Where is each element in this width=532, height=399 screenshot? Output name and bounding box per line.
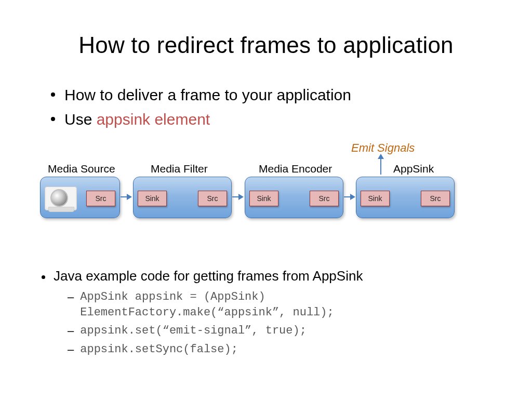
- pipeline-node-media-filter: Sink Src: [133, 177, 232, 218]
- bullet-text-prefix: Use: [64, 111, 97, 128]
- code-sublist: – AppSink appsink = (AppSink) ElementFac…: [68, 289, 499, 357]
- arrow-up-icon: [380, 155, 381, 175]
- pad-sink: Sink: [138, 191, 167, 206]
- emit-signals-label: Emit Signals: [351, 141, 415, 155]
- dash-icon: –: [68, 343, 74, 356]
- camera-icon: [45, 187, 77, 210]
- arrow-right-icon: [121, 196, 131, 197]
- pad-sink: Sink: [361, 191, 390, 206]
- bullet-text: Use appsink element: [64, 108, 210, 132]
- bullet-dot-icon: [42, 275, 45, 279]
- bullet-dot-icon: [51, 117, 55, 121]
- pipeline-label-media-filter: Media Filter: [151, 163, 208, 175]
- pipeline-node-media-source: Src: [40, 177, 120, 218]
- pipeline-node-media-encoder: Sink Src: [245, 177, 343, 218]
- slide: How to redirect frames to application Ho…: [0, 0, 532, 399]
- bullet-dot-icon: [51, 92, 55, 97]
- pipeline-label-media-source: Media Source: [48, 163, 115, 175]
- bullet-item: How to deliver a frame to your applicati…: [51, 83, 351, 108]
- pipeline-label-appsink: AppSink: [393, 163, 434, 175]
- pad-sink: Sink: [249, 191, 278, 206]
- dash-icon: –: [68, 324, 74, 338]
- bottom-bullet-list: Java example code for getting frames fro…: [42, 268, 499, 361]
- slide-title: How to redirect frames to application: [0, 32, 532, 58]
- bullet-text: Java example code for getting frames fro…: [54, 268, 363, 284]
- code-text: appsink.setSync(false);: [80, 342, 238, 357]
- arrow-right-icon: [232, 196, 243, 197]
- top-bullet-list: How to deliver a frame to your applicati…: [51, 83, 351, 131]
- code-text: AppSink appsink = (AppSink) ElementFacto…: [80, 289, 334, 320]
- bullet-item: Use appsink element: [51, 108, 351, 132]
- bullet-text: How to deliver a frame to your applicati…: [64, 83, 351, 108]
- code-item: – appsink.set(“emit-signal”, true);: [68, 323, 499, 339]
- bullet-item: Java example code for getting frames fro…: [42, 268, 499, 284]
- pipeline-diagram: Src Sink Src Sink Src Sink Src: [40, 177, 497, 223]
- code-item: – AppSink appsink = (AppSink) ElementFac…: [68, 289, 499, 320]
- pipeline-node-appsink: Sink Src: [356, 177, 455, 218]
- pad-src: Src: [198, 191, 227, 206]
- pipeline-label-media-encoder: Media Encoder: [259, 163, 332, 175]
- pad-src: Src: [310, 191, 339, 206]
- arrow-right-icon: [344, 196, 354, 197]
- pad-src: Src: [86, 191, 115, 206]
- dash-icon: –: [68, 290, 74, 304]
- bullet-text-accent: appsink element: [97, 111, 210, 128]
- code-text: appsink.set(“emit-signal”, true);: [80, 323, 307, 339]
- pad-src: Src: [421, 191, 450, 206]
- code-item: – appsink.setSync(false);: [68, 342, 499, 357]
